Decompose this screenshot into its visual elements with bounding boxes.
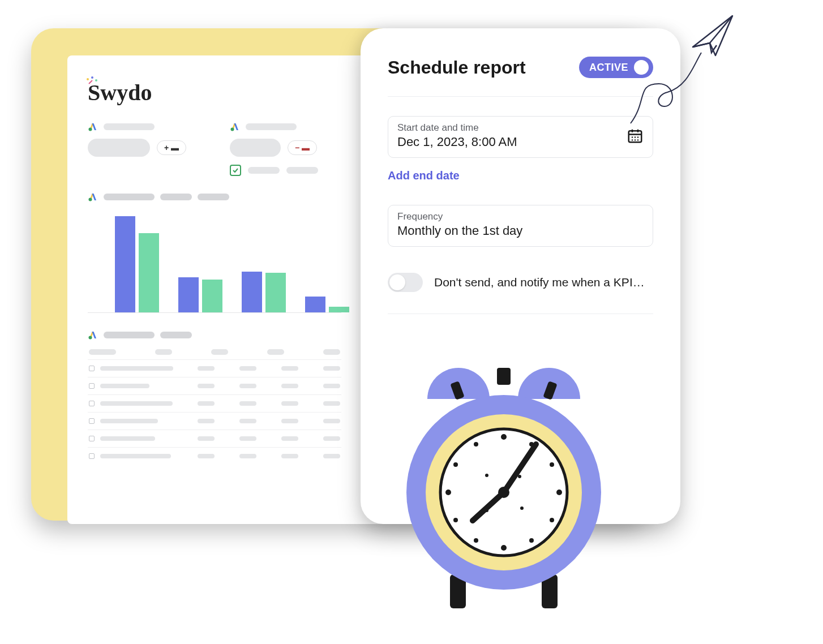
svg-point-37 [485,474,488,477]
svg-point-25 [501,434,507,440]
kpi-widget-2: − ▬ [230,122,341,176]
svg-point-0 [87,78,89,80]
svg-point-32 [529,538,534,543]
table-row [88,430,341,447]
start-date-value: Dec 1, 2023, 8:00 AM [397,135,620,149]
start-date-label: Start date and time [397,122,620,134]
bar [178,277,199,312]
alarm-clock-icon [396,351,611,622]
logo: Swydo [88,79,152,106]
svg-point-33 [474,538,478,543]
svg-point-27 [445,490,451,495]
frequency-field[interactable]: Frequency Monthly on the 1st day [388,205,653,247]
bar [202,280,222,312]
paper-plane-icon [614,10,738,157]
svg-point-3 [89,128,92,131]
svg-point-30 [550,462,554,467]
table-widget [88,330,341,465]
kpi-widget-1: + ▬ [88,122,199,176]
svg-point-26 [501,545,507,551]
bar [305,297,325,312]
svg-point-40 [520,506,524,510]
bar [139,233,159,312]
bar [329,307,349,312]
svg-point-43 [498,487,509,498]
google-ads-icon [88,192,98,202]
svg-point-1 [91,76,93,79]
confetti-icon [85,76,99,89]
panel-title: Schedule report [388,57,526,78]
google-ads-icon [88,122,98,132]
svg-point-6 [89,336,92,340]
svg-point-35 [453,462,458,467]
table-row [88,447,341,465]
table-row [88,359,341,377]
table-row [88,394,341,412]
bar [242,272,262,312]
svg-point-31 [550,518,554,522]
chart-widget [88,192,341,313]
svg-point-36 [474,442,478,446]
svg-point-4 [231,128,234,131]
table-row [88,377,341,394]
frequency-label: Frequency [397,211,644,222]
checkbox-checked[interactable] [230,165,241,176]
svg-point-5 [89,198,92,201]
add-chip[interactable]: + ▬ [157,140,186,155]
google-ads-icon [88,330,98,340]
report-preview: Swydo + ▬ [67,55,362,524]
kpi-notify-label: Don't send, and notify me when a KPI… [434,276,645,289]
bar-chart [88,211,341,313]
remove-chip[interactable]: − ▬ [288,140,317,155]
svg-point-28 [556,490,562,495]
add-end-date-link[interactable]: Add end date [388,169,460,182]
frequency-value: Monthly on the 1st day [397,224,644,238]
svg-point-2 [95,79,97,81]
bar [265,273,286,312]
bar [115,216,135,312]
svg-rect-21 [497,368,511,385]
svg-point-34 [453,518,458,522]
kpi-notify-toggle[interactable] [388,273,423,292]
google-ads-icon [230,122,240,132]
table-row [88,412,341,430]
